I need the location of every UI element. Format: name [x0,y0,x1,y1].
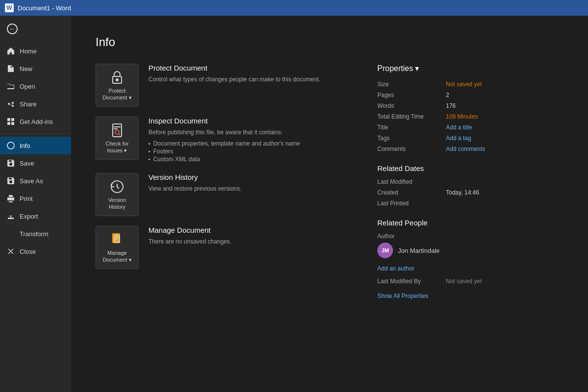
add-author-link[interactable]: Add an author [377,265,414,272]
check-for-issues-label: Check forIssues ▾ [105,140,128,154]
svg-point-9 [115,130,119,134]
protect-document-desc: Control what types of changes people can… [148,75,348,84]
back-button[interactable]: ← [0,16,71,42]
left-section: ProtectDocument ▾ Protect Document Contr… [96,64,348,299]
version-history-title: Version History [148,173,348,181]
right-section: Properties ▾ Size Not saved yet Pages 2 … [377,64,564,299]
sidebar-label-new: New [20,65,32,73]
version-history-content: Version History View and restore previou… [148,173,348,193]
inspect-document-button[interactable]: Check forIssues ▾ [96,117,139,160]
lock-icon [109,70,125,85]
related-dates-section: Related Dates Last Modified Created Toda… [377,164,564,207]
prop-value-tags[interactable]: Add a tag [446,135,471,142]
transform-icon [7,230,15,238]
properties-header[interactable]: Properties ▾ [377,64,564,73]
prop-label-author: Author [377,233,446,240]
sidebar-item-share[interactable]: Share [0,95,71,113]
save-icon [7,159,15,167]
inspect-document-list: Document properties, template name and a… [148,140,348,163]
sidebar-item-home[interactable]: Home [0,42,71,60]
manage-document-desc: There are no unsaved changes. [148,237,348,246]
sidebar-item-transform[interactable]: Transform [0,225,71,243]
protect-document-card: ProtectDocument ▾ Protect Document Contr… [96,64,348,107]
prop-row-pages: Pages 2 [377,92,564,98]
protect-document-button[interactable]: ProtectDocument ▾ [96,64,139,107]
sidebar-item-export[interactable]: Export [0,207,71,225]
version-history-button[interactable]: VersionHistory [96,173,139,216]
sidebar-label-home: Home [20,48,37,55]
prop-value-size: Not saved yet [446,81,482,88]
show-all-properties-link[interactable]: Show All Properties [377,293,564,299]
prop-row-last-modified: Last Modified [377,178,564,185]
open-icon [7,82,15,90]
sidebar-item-get-add-ins[interactable]: Get Add-ins [0,113,71,130]
sidebar-divider [0,133,71,134]
prop-value-last-modified-by: Not saved yet [446,278,482,285]
svg-rect-0 [7,118,10,121]
page-title: Info [96,35,564,49]
sidebar-item-print[interactable]: Print [0,190,71,207]
new-icon [7,65,15,73]
sidebar-label-save: Save [20,160,34,167]
prop-row-last-modified-by: Last Modified By Not saved yet [377,278,564,285]
sidebar-label-close: Close [20,248,36,255]
prop-label-words: Words [377,102,446,109]
prop-label-tags: Tags [377,135,446,142]
manage-document-card: ManageDocument ▾ Manage Document There a… [96,226,348,269]
related-dates-heading: Related Dates [377,164,564,172]
inspect-document-content: Inspect Document Before publishing this … [148,117,348,163]
export-icon [7,212,15,220]
prop-label-editing-time: Total Editing Time [377,113,446,120]
svg-rect-1 [11,118,14,121]
inspect-document-card: Check forIssues ▾ Inspect Document Befor… [96,117,348,163]
sidebar-item-new[interactable]: New [0,60,71,77]
addins-icon [7,118,15,125]
sidebar-item-open[interactable]: Open [0,77,71,95]
svg-rect-3 [11,122,14,125]
prop-value-comments[interactable]: Add comments [446,146,485,152]
sidebar-item-info[interactable]: Info [0,137,71,154]
prop-label-size: Size [377,81,446,88]
prop-label-comments: Comments [377,146,446,152]
sidebar-item-save[interactable]: Save [0,154,71,172]
svg-rect-2 [7,122,10,125]
sidebar-label-transform: Transform [20,230,49,238]
home-icon [7,47,15,55]
prop-row-comments: Comments Add comments [377,146,564,152]
inspect-document-desc: Before publishing this file, be aware th… [148,128,348,137]
inspect-document-title: Inspect Document [148,117,348,125]
prop-value-words: 176 [446,102,456,109]
sidebar-label-print: Print [20,195,33,202]
protect-document-title: Protect Document [148,64,348,72]
sidebar-label-info: Info [20,142,30,149]
manage-doc-icon [109,232,125,247]
svg-point-5 [12,198,13,199]
version-history-card: VersionHistory Version History View and … [96,173,348,216]
manage-document-content: Manage Document There are no unsaved cha… [148,226,348,246]
prop-label-last-modified: Last Modified [377,178,446,185]
manage-document-button[interactable]: ManageDocument ▾ [96,226,139,269]
manage-document-label: ManageDocument ▾ [102,249,131,264]
sidebar-label-export: Export [20,213,38,220]
related-people-heading: Related People [377,219,564,227]
title-bar-text: Document1 - Word [18,4,71,12]
prop-label-created: Created [377,189,446,196]
prop-row-last-printed: Last Printed [377,200,564,207]
prop-value-created: Today, 14:46 [446,189,479,196]
prop-value-title[interactable]: Add a title [446,124,472,131]
prop-label-last-printed: Last Printed [377,200,446,207]
info-icon [7,142,15,149]
share-icon [7,100,15,108]
svg-point-7 [116,79,118,81]
inspect-icon [109,122,125,138]
word-icon: W [5,3,14,12]
sidebar-label-save-as: Save As [20,177,43,185]
list-item-2: Footers [148,147,348,155]
sidebar-item-close[interactable]: Close [0,243,71,260]
sidebar-item-save-as[interactable]: Save As [0,172,71,190]
protect-document-label: ProtectDocument ▾ [102,87,131,101]
author-name: Jon Martindale [398,247,440,254]
author-info: JM Jon Martindale [377,243,440,258]
properties-table: Size Not saved yet Pages 2 Words 176 Tot… [377,81,564,152]
prop-row-words: Words 176 [377,102,564,109]
